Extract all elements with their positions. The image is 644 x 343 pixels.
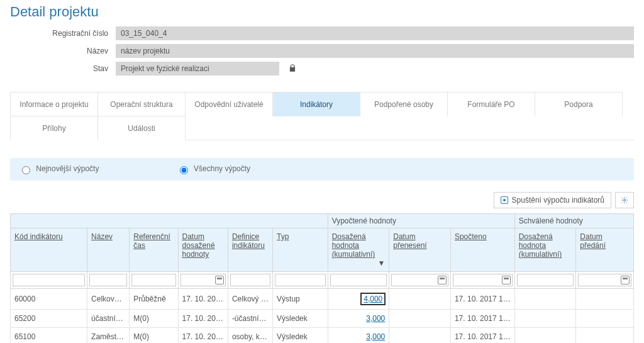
filter-ddh[interactable]: [180, 274, 226, 286]
lock-icon: [288, 64, 297, 74]
cell-dpr: [389, 289, 451, 310]
filter-dpr[interactable]: [391, 274, 448, 286]
cell-def: osoby, které dosta…: [228, 328, 272, 344]
cell-ref: M(0): [130, 310, 178, 328]
col-dhk[interactable]: Dosažená hodnota (kumulativní)▼: [328, 228, 389, 272]
sort-desc-icon: ▼: [377, 259, 385, 267]
run-calc-button[interactable]: Spuštění výpočtu indikátorů: [494, 192, 611, 208]
cell-kod: 60000: [11, 289, 87, 310]
tab-indik-tory[interactable]: Indikátory: [272, 92, 360, 116]
cell-dhk[interactable]: 3,000: [328, 328, 389, 344]
radio-latest-input[interactable]: [22, 166, 30, 174]
cell-ddh: 17. 10. 2017: [178, 310, 228, 328]
value-link[interactable]: 3,000: [366, 332, 385, 341]
tab-p-lohy[interactable]: Přílohy: [10, 116, 98, 140]
cell-spo: 17. 10. 2017 10:31: [450, 310, 514, 328]
cell-spo: 17. 10. 2017 10:31: [450, 328, 514, 344]
filter-ref[interactable]: [131, 274, 175, 286]
cell-spo: 17. 10. 2017 10:31: [450, 289, 514, 310]
value-link[interactable]: 4,000: [361, 293, 385, 305]
table-row[interactable]: 65100Zaměstnaní účast…M(0)17. 10. 2017os…: [11, 328, 634, 344]
cell-dpr: [389, 328, 451, 344]
cell-dpre: [576, 289, 634, 310]
indicators-table: Vypočtené hodnoty Schválené hodnoty Kód …: [10, 213, 634, 343]
tab-opera-n-struktura[interactable]: Operační struktura: [97, 92, 186, 116]
table-row[interactable]: 65200účastníci OSVČ 6 …M(0)17. 10. 2017-…: [11, 310, 634, 328]
filter-def[interactable]: [230, 274, 270, 286]
form-row-state: Stav Projekt ve fyzické realizaci: [10, 62, 634, 76]
group-header-calc: Vypočtené hodnoty: [328, 214, 514, 228]
cell-nazev: účastníci OSVČ 6 …: [87, 310, 130, 328]
cell-typ: Výsledek: [273, 328, 328, 344]
col-spo[interactable]: Spočteno: [450, 228, 514, 272]
label-reg: Registrační číslo: [10, 29, 116, 38]
svg-point-0: [624, 200, 626, 201]
gear-icon: [621, 196, 628, 204]
cell-ref: M(0): [130, 328, 178, 344]
page-title: Detail projektu: [10, 4, 634, 20]
col-ref[interactable]: Referenční čas: [130, 228, 178, 272]
col-dpr[interactable]: Datum přenesení: [389, 228, 451, 272]
form-row-reg: Registrační číslo 03_15_040_4: [10, 26, 634, 40]
radio-latest-label: Nejnovější výpočty: [36, 164, 99, 173]
tab-odpov-dn-u-ivatel-[interactable]: Odpovědní uživatelé: [185, 92, 273, 116]
cell-dhk2: [514, 328, 576, 344]
cell-ref: Průběžně: [130, 289, 178, 310]
filter-dhk[interactable]: [330, 274, 387, 286]
tab-formul-e-po[interactable]: Formuláře PO: [447, 92, 535, 116]
filter-nazev[interactable]: [89, 274, 127, 286]
col-typ[interactable]: Typ: [273, 228, 328, 272]
cell-dhk2: [514, 310, 576, 328]
field-state: Projekt ve fyzické realizaci: [116, 62, 279, 76]
radio-all-label: Všechny výpočty: [194, 164, 250, 173]
cell-nazev: Celkový počet úča…: [87, 289, 130, 310]
col-kod[interactable]: Kód indikátoru: [11, 228, 87, 272]
radio-all[interactable]: Všechny výpočty: [177, 164, 250, 173]
settings-button[interactable]: [615, 192, 634, 208]
run-calc-label: Spuštění výpočtu indikátorů: [512, 196, 604, 205]
cell-def: Celkový počet oso…: [228, 289, 272, 310]
filter-dpre[interactable]: [578, 274, 631, 286]
col-def[interactable]: Definice indikátoru: [228, 228, 272, 272]
col-ddh[interactable]: Datum dosažené hodnoty: [178, 228, 228, 272]
cell-dpre: [576, 310, 634, 328]
col-dpre[interactable]: Datum předání: [576, 228, 634, 272]
filter-dhk2[interactable]: [517, 274, 574, 286]
label-state: Stav: [10, 64, 116, 73]
cell-ddh: 17. 10. 2017: [178, 328, 228, 344]
tab-podpo-en-osoby[interactable]: Podpořené osoby: [360, 92, 448, 116]
filter-typ[interactable]: [275, 274, 326, 286]
tabs: Informace o projektuOperační strukturaOd…: [10, 92, 634, 140]
value-link[interactable]: 3,000: [366, 314, 385, 323]
col-nazev[interactable]: Název: [87, 228, 130, 272]
cell-dhk[interactable]: 4,000: [328, 289, 389, 310]
cell-kod: 65100: [11, 328, 87, 344]
cell-def: -účastníci OSVČ 6 …: [228, 310, 272, 328]
field-name: název projektu: [116, 44, 634, 58]
cell-ddh: 17. 10. 2017: [178, 289, 228, 310]
group-header-approved: Schválené hodnoty: [514, 214, 633, 228]
field-reg: 03_15_040_4: [116, 26, 634, 40]
cell-dpr: [389, 310, 451, 328]
tab-informace-o-projektu[interactable]: Informace o projektu: [10, 92, 98, 116]
radio-latest[interactable]: Nejnovější výpočty: [19, 164, 101, 173]
run-icon: [501, 196, 508, 204]
tab-podpora[interactable]: Podpora: [535, 92, 623, 116]
label-name: Název: [10, 47, 116, 55]
col-dhk2[interactable]: Dosažená hodnota (kumulativní): [514, 228, 576, 272]
filter-spo[interactable]: [453, 274, 513, 286]
tab-ud-losti[interactable]: Události: [97, 116, 186, 140]
cell-nazev: Zaměstnaní účast…: [87, 328, 130, 344]
cell-dhk2: [514, 289, 576, 310]
form-row-name: Název název projektu: [10, 44, 634, 58]
cell-typ: Výsledek: [273, 310, 328, 328]
cell-dpre: [576, 328, 634, 344]
radio-all-input[interactable]: [180, 166, 188, 174]
cell-typ: Výstup: [273, 289, 328, 310]
filter-radio-bar: Nejnovější výpočty Všechny výpočty: [10, 158, 634, 181]
cell-kod: 65200: [11, 310, 87, 328]
filter-kod[interactable]: [13, 274, 85, 286]
table-row[interactable]: 60000Celkový počet úča…Průběžně17. 10. 2…: [11, 289, 634, 310]
cell-dhk[interactable]: 3,000: [328, 310, 389, 328]
actions-bar: Spuštění výpočtu indikátorů: [10, 192, 634, 208]
